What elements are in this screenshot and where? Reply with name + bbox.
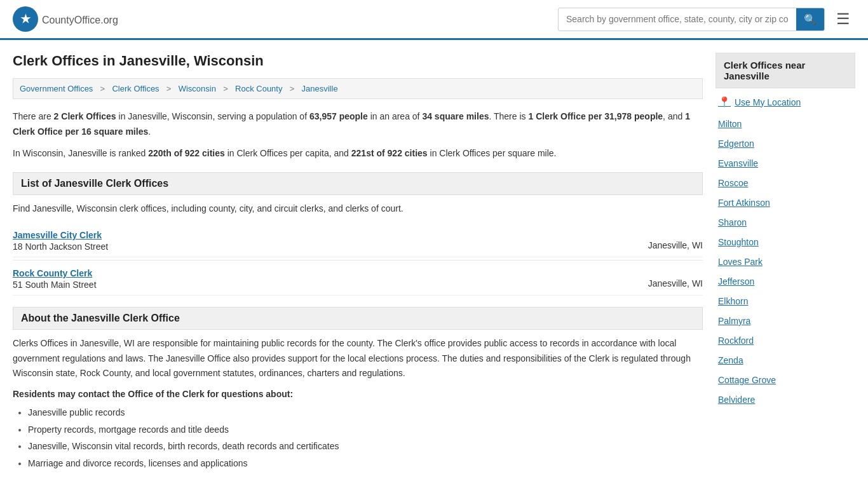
sidebar-link-loves-park[interactable]: Loves Park bbox=[715, 252, 855, 272]
breadcrumb-wisconsin[interactable]: Wisconsin bbox=[179, 84, 216, 93]
content-area: Clerk Offices in Janesville, Wisconsin G… bbox=[13, 53, 703, 472]
office-address-1: 18 North Jackson Street bbox=[13, 241, 108, 252]
sidebar-link-elkhorn[interactable]: Elkhorn bbox=[715, 292, 855, 311]
breadcrumb-government-offices[interactable]: Government Offices bbox=[20, 84, 93, 93]
list-section-header: List of Janesville Clerk Offices bbox=[13, 172, 703, 195]
office-address-2: 51 South Main Street bbox=[13, 280, 97, 290]
bullet-item-3: Janesville, Wisconsin vital records, bir… bbox=[28, 438, 703, 455]
hamburger-menu-icon[interactable]: ☰ bbox=[831, 8, 855, 30]
sidebar-link-sharon[interactable]: Sharon bbox=[715, 213, 855, 233]
office-name-1[interactable]: Jamesville City Clerk bbox=[13, 230, 102, 240]
sidebar-link-rockford[interactable]: Rockford bbox=[715, 331, 855, 351]
breadcrumb: Government Offices > Clerk Offices > Wis… bbox=[13, 78, 703, 99]
residents-header: Residents may contact the Office of the … bbox=[13, 389, 703, 399]
sidebar-link-roscoe[interactable]: Roscoe bbox=[715, 173, 855, 193]
sidebar-link-milton[interactable]: Milton bbox=[715, 114, 855, 134]
breadcrumb-janesville[interactable]: Janesville bbox=[302, 84, 338, 93]
breadcrumb-clerk-offices[interactable]: Clerk Offices bbox=[112, 84, 159, 93]
office-entry-2: Rock County Clerk 51 South Main Street J… bbox=[13, 263, 703, 295]
main-container: Clerk Offices in Janesville, Wisconsin G… bbox=[0, 40, 868, 485]
logo-icon: ★ bbox=[13, 6, 38, 32]
location-pin-icon: 📍 bbox=[718, 96, 731, 108]
office-city-2: Janesville, WI bbox=[648, 278, 703, 288]
page-title: Clerk Offices in Janesville, Wisconsin bbox=[13, 53, 703, 69]
sidebar-link-palmyra[interactable]: Palmyra bbox=[715, 311, 855, 331]
sidebar-link-fort-atkinson[interactable]: Fort Atkinson bbox=[715, 193, 855, 213]
logo-text: CountyOffice.org bbox=[42, 12, 118, 27]
sidebar-link-cottage-grove[interactable]: Cottage Grove bbox=[715, 370, 855, 390]
use-my-location-button[interactable]: 📍 Use My Location bbox=[715, 96, 855, 108]
about-section-header: About the Janesville Clerk Office bbox=[13, 307, 703, 330]
intro-paragraph-2: In Wisconsin, Janesville is ranked 220th… bbox=[13, 146, 703, 161]
office-city-1: Janesville, WI bbox=[648, 240, 703, 250]
search-button[interactable]: 🔍 bbox=[796, 8, 824, 30]
search-bar: 🔍 bbox=[558, 8, 825, 31]
intro-paragraph-1: There are 2 Clerk Offices in Janesville,… bbox=[13, 109, 703, 140]
sidebar-link-zenda[interactable]: Zenda bbox=[715, 351, 855, 370]
office-entry-1: Jamesville City Clerk 18 North Jackson S… bbox=[13, 225, 703, 257]
sidebar-link-belvidere[interactable]: Belvidere bbox=[715, 390, 855, 410]
sidebar-link-edgerton[interactable]: Edgerton bbox=[715, 134, 855, 154]
bullet-item-4: Marriage and divorce records, licenses a… bbox=[28, 455, 703, 472]
office-row-2: 51 South Main Street Janesville, WI bbox=[13, 278, 703, 290]
sidebar-header: Clerk Offices near Janesville bbox=[715, 53, 855, 88]
list-section-description: Find Janesville, Wisconsin clerk offices… bbox=[13, 201, 703, 215]
sidebar: Clerk Offices near Janesville 📍 Use My L… bbox=[715, 53, 855, 472]
sidebar-link-stoughton[interactable]: Stoughton bbox=[715, 233, 855, 252]
bullet-item-1: Janesville public records bbox=[28, 404, 703, 421]
logo-area: ★ CountyOffice.org bbox=[13, 6, 118, 32]
search-input[interactable] bbox=[559, 9, 796, 29]
breadcrumb-rock-county[interactable]: Rock County bbox=[235, 84, 282, 93]
bullet-item-2: Property records, mortgage records and t… bbox=[28, 421, 703, 438]
site-header: ★ CountyOffice.org 🔍 ☰ bbox=[0, 0, 868, 40]
office-row-1: 18 North Jackson Street Janesville, WI bbox=[13, 240, 703, 252]
bullet-list: Janesville public records Property recor… bbox=[13, 404, 703, 471]
about-body-text: Clerks Offices in Janesville, WI are res… bbox=[13, 336, 703, 381]
sidebar-link-evansville[interactable]: Evansville bbox=[715, 154, 855, 173]
office-name-2[interactable]: Rock County Clerk bbox=[13, 268, 92, 278]
sidebar-link-jefferson[interactable]: Jefferson bbox=[715, 272, 855, 292]
header-right: 🔍 ☰ bbox=[558, 8, 855, 31]
